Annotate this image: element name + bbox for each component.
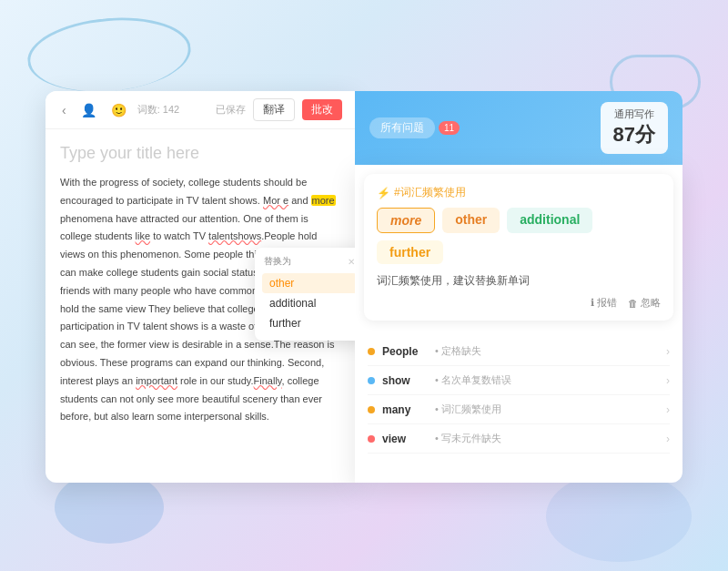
all-issues-tab[interactable]: 所有问题: [369, 117, 435, 138]
issue-item-view[interactable]: view • 写未元件缺失 ›: [368, 424, 670, 454]
word-more[interactable]: Mor e: [263, 195, 288, 206]
vocab-word-more[interactable]: more: [377, 208, 435, 233]
chevron-right-view: ›: [666, 433, 670, 445]
user-icon-button[interactable]: 👤: [77, 101, 100, 119]
issue-desc-show: • 名次单复数错误: [435, 373, 511, 387]
issues-list: People • 定格缺失 › show • 名次单复数错误 › many • …: [355, 330, 682, 483]
editor-toolbar: ‹ 👤 🙂 词数: 142 已保存 翻译 批改: [46, 91, 355, 129]
editor-title-placeholder: Type your title here: [60, 144, 340, 163]
issue-item-many[interactable]: many • 词汇频繁使用 ›: [368, 395, 670, 424]
chevron-right-people: ›: [666, 345, 670, 358]
main-container: ‹ 👤 🙂 词数: 142 已保存 翻译 批改 Type your title …: [46, 91, 682, 483]
vocab-words: more other additional further: [377, 208, 661, 264]
suggestion-item-further[interactable]: further: [262, 313, 355, 333]
word-important[interactable]: important: [136, 375, 177, 386]
issue-dot-people: [368, 348, 375, 355]
bg-decoration-1: [25, 11, 194, 97]
issues-panel: ⚡ #词汇频繁使用 more other additional further …: [355, 165, 682, 483]
word-talentshows[interactable]: talentshows: [208, 230, 261, 241]
vocab-card-title-text: #词汇频繁使用: [394, 185, 466, 200]
trash-icon: 🗑: [628, 298, 638, 309]
suggestion-popup-header: 替换为 ✕: [262, 255, 355, 268]
vocab-card: ⚡ #词汇频繁使用 more other additional further …: [364, 174, 673, 321]
emoji-button[interactable]: 🙂: [107, 101, 130, 119]
chevron-right-many: ›: [666, 403, 670, 416]
word-like[interactable]: like: [136, 230, 151, 241]
issue-desc-view: • 写未元件缺失: [435, 432, 501, 445]
editor-panel: ‹ 👤 🙂 词数: 142 已保存 翻译 批改 Type your title …: [46, 91, 355, 483]
ignore-label: 忽略: [641, 296, 661, 310]
vocab-word-other[interactable]: other: [442, 208, 500, 233]
bg-decoration-3: [546, 471, 692, 562]
right-panel: 所有问题 11 通用写作 87分 ⚡ #词汇频繁使用 more other: [355, 91, 682, 483]
word-finally[interactable]: Finally: [254, 375, 282, 386]
score-value: 87分: [613, 121, 655, 148]
ignore-button[interactable]: 🗑 忽略: [628, 296, 661, 310]
chevron-right-show: ›: [666, 374, 670, 387]
report-icon: ℹ: [591, 297, 594, 309]
issue-dot-many: [368, 406, 375, 413]
issue-dot-view: [368, 435, 375, 443]
score-tabs: 所有问题 11: [369, 117, 460, 138]
score-card: 所有问题 11 通用写作 87分: [355, 91, 682, 165]
revise-button[interactable]: 批改: [302, 99, 342, 120]
issues-count-badge: 11: [439, 121, 460, 135]
back-button[interactable]: ‹: [58, 101, 70, 119]
close-popup-icon[interactable]: ✕: [348, 257, 355, 267]
save-status: 已保存: [216, 103, 246, 117]
issue-desc-people: • 定格缺失: [435, 344, 481, 358]
vocab-actions: ℹ 报错 🗑 忽略: [377, 296, 661, 310]
vocab-description: 词汇频繁使用，建议替换新单词: [377, 273, 661, 289]
vocab-card-title: ⚡ #词汇频繁使用: [377, 185, 661, 200]
editor-content[interactable]: Type your title here With the progress o…: [46, 129, 355, 483]
suggestion-item-additional[interactable]: additional: [262, 293, 355, 313]
word-count: 词数: 142: [137, 103, 179, 117]
issue-item-show[interactable]: show • 名次单复数错误 ›: [368, 366, 670, 395]
suggestion-header-label: 替换为: [264, 255, 291, 268]
translate-button[interactable]: 翻译: [253, 98, 295, 121]
issue-word-show: show: [382, 374, 428, 387]
vocab-word-additional[interactable]: additional: [507, 208, 592, 233]
vocab-word-further[interactable]: further: [377, 240, 443, 264]
suggestion-item-other[interactable]: other: [262, 273, 355, 293]
score-section: 通用写作 87分: [601, 102, 668, 154]
suggestion-popup: 替换为 ✕ other additional further: [255, 248, 355, 341]
issue-word-many: many: [382, 403, 428, 416]
issue-dot-show: [368, 377, 375, 384]
score-type-label: 通用写作: [613, 107, 655, 121]
issue-word-people: People: [382, 345, 428, 358]
report-button[interactable]: ℹ 报错: [591, 296, 617, 310]
issue-word-view: view: [382, 433, 428, 445]
report-label: 报错: [597, 296, 617, 310]
warning-icon: ⚡: [377, 187, 390, 199]
issue-item-people[interactable]: People • 定格缺失 ›: [368, 337, 670, 366]
word-more-highlight[interactable]: more: [311, 195, 336, 206]
issue-desc-many: • 词汇频繁使用: [435, 403, 501, 416]
